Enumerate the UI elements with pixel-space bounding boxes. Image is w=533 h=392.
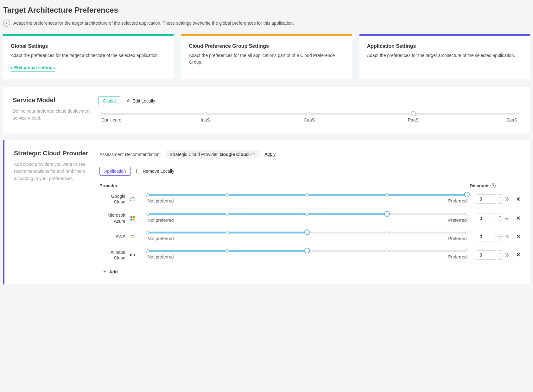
scope-badge-application: Application <box>99 167 131 176</box>
provider-name: AWS <box>99 234 125 240</box>
aws-icon: aws <box>130 234 136 239</box>
tick-label: Don't care <box>101 117 121 122</box>
service-model-section: Service Model Define your preferred clou… <box>3 87 530 133</box>
chevron-down-icon[interactable]: ▼ <box>498 255 503 259</box>
remove-provider-button[interactable]: ✕ <box>516 196 520 202</box>
discount-stepper[interactable]: ▲ ▼ <box>498 194 503 204</box>
remove-locally-label: Remove Locally <box>143 169 174 174</box>
remove-provider-button[interactable]: ✕ <box>516 252 520 258</box>
service-model-slider[interactable]: Don't care IaaS CaaS PaaS SaaS <box>101 113 517 123</box>
slider-right-label: Preferred <box>448 198 466 203</box>
discount-input[interactable] <box>477 194 496 204</box>
edit-locally-label: Edit Locally <box>132 98 155 103</box>
card-app-body: Adapt the preferences for the target arc… <box>367 52 522 59</box>
edit-global-settings-label: Edit global settings <box>14 65 55 70</box>
chevron-up-icon[interactable]: ▲ <box>498 251 503 255</box>
preference-slider-handle[interactable] <box>304 248 310 253</box>
plus-icon: + <box>103 268 107 275</box>
provider-row-google-cloud: GoogleCloud Not preferred Preferred <box>99 193 520 205</box>
svg-rect-2 <box>130 218 132 220</box>
google-cloud-icon <box>251 152 256 157</box>
strategic-provider-section: Strategic Cloud Provider Add cloud provi… <box>3 140 530 284</box>
remove-locally-button[interactable]: Remove Locally <box>136 169 174 174</box>
card-application-settings: Application Settings Adapt the preferenc… <box>359 34 530 79</box>
svg-text:aws: aws <box>131 235 134 237</box>
card-group-body: Adapt the preferences for the all applic… <box>189 52 344 65</box>
provider-row-alibaba-cloud: AlibabaCloud Not preferred Preferred <box>99 249 520 261</box>
percent-label: % <box>505 216 509 221</box>
chevron-up-icon[interactable]: ▲ <box>498 214 503 219</box>
card-app-title: Application Settings <box>367 43 522 49</box>
remove-provider-button[interactable]: ✕ <box>516 215 520 221</box>
trash-icon <box>136 169 140 173</box>
slider-right-label: Preferred <box>448 236 466 241</box>
svg-rect-3 <box>133 218 135 220</box>
col-header-discount: Discount <box>470 183 489 188</box>
chevron-right-icon: › <box>11 65 12 70</box>
preference-slider-handle[interactable] <box>384 211 390 217</box>
preference-slider[interactable]: Not preferred Preferred <box>148 250 467 260</box>
provider-name: AlibabaCloud <box>99 249 125 261</box>
card-global-body: Adapt the preferences for the target arc… <box>11 52 166 59</box>
remove-provider-button[interactable]: ✕ <box>516 233 520 240</box>
slider-left-label: Not preferred <box>148 254 174 259</box>
add-provider-button[interactable]: + Add <box>103 268 520 275</box>
preference-slider[interactable]: Not preferred Preferred <box>148 232 467 242</box>
info-banner: i Adapt the preferences for the target a… <box>3 20 530 27</box>
card-group-settings: Cloud Preference Group Settings Adapt th… <box>181 34 352 79</box>
info-icon: i <box>3 20 10 27</box>
card-global-settings: Global Settings Adapt the preferences fo… <box>3 34 174 79</box>
tick-label: IaaS <box>201 117 210 122</box>
edit-global-settings-link[interactable]: › Edit global settings <box>11 65 55 72</box>
provider-row-microsoft-azure: MicrosoftAzure Not preferred Preferred <box>99 212 520 224</box>
preference-slider[interactable]: Not preferred Preferred <box>148 194 467 204</box>
discount-input[interactable] <box>477 250 496 260</box>
svg-rect-1 <box>133 216 135 218</box>
edit-icon <box>126 98 130 103</box>
discount-stepper[interactable]: ▲ ▼ <box>498 232 503 241</box>
preference-slider-handle[interactable] <box>464 192 470 197</box>
service-model-desc: Define your preferred cloud deployment s… <box>13 108 92 122</box>
card-group-title: Cloud Preference Group Settings <box>189 43 344 49</box>
slider-left-label: Not preferred <box>148 236 174 241</box>
card-global-title: Global Settings <box>11 43 166 49</box>
microsoft-icon <box>130 216 136 221</box>
chevron-up-icon[interactable]: ▲ <box>498 232 503 237</box>
discount-input[interactable] <box>477 232 496 241</box>
alibaba-cloud-icon <box>130 252 136 258</box>
strategic-desc: Add cloud providers you want to see reco… <box>14 161 93 182</box>
slider-left-label: Not preferred <box>148 218 174 223</box>
provider-name: MicrosoftAzure <box>99 212 125 224</box>
pill-value: Google Cloud <box>220 152 249 157</box>
tick-label: SaaS <box>506 117 517 122</box>
slider-right-label: Preferred <box>448 218 466 223</box>
scope-badge-global: Global <box>98 96 120 105</box>
discount-input[interactable] <box>477 214 496 223</box>
slider-left-label: Not preferred <box>148 198 174 203</box>
svg-rect-0 <box>130 216 132 218</box>
col-header-provider: Provider <box>99 183 137 188</box>
chevron-down-icon[interactable]: ▼ <box>498 218 503 223</box>
chevron-down-icon[interactable]: ▼ <box>498 199 503 204</box>
edit-locally-button[interactable]: Edit Locally <box>126 98 155 103</box>
discount-stepper[interactable]: ▲ ▼ <box>498 214 503 223</box>
help-icon[interactable]: ? <box>491 183 496 188</box>
discount-stepper[interactable]: ▲ ▼ <box>498 250 503 260</box>
provider-name: GoogleCloud <box>99 193 125 205</box>
service-model-slider-handle[interactable] <box>411 111 416 116</box>
preference-slider[interactable]: Not preferred Preferred <box>148 213 467 223</box>
assessment-recommendation-pill: Strategic Cloud Provider Google Cloud <box>165 150 261 159</box>
tick-label: PaaS <box>408 117 419 122</box>
pill-prefix: Strategic Cloud Provider <box>170 152 218 157</box>
strategic-title: Strategic Cloud Provider <box>14 150 93 157</box>
provider-row-aws: AWS aws Not preferred Preferred <box>99 232 520 242</box>
preference-slider-handle[interactable] <box>304 229 310 235</box>
svg-rect-5 <box>132 255 134 255</box>
chevron-down-icon[interactable]: ▼ <box>498 237 503 241</box>
google-cloud-icon <box>130 196 136 202</box>
percent-label: % <box>505 252 509 258</box>
assessment-recommendation-label: Assessment Recommendation: <box>99 152 161 157</box>
service-model-title: Service Model <box>13 96 92 104</box>
apply-button[interactable]: Apply <box>264 152 276 157</box>
chevron-up-icon[interactable]: ▲ <box>498 195 503 199</box>
